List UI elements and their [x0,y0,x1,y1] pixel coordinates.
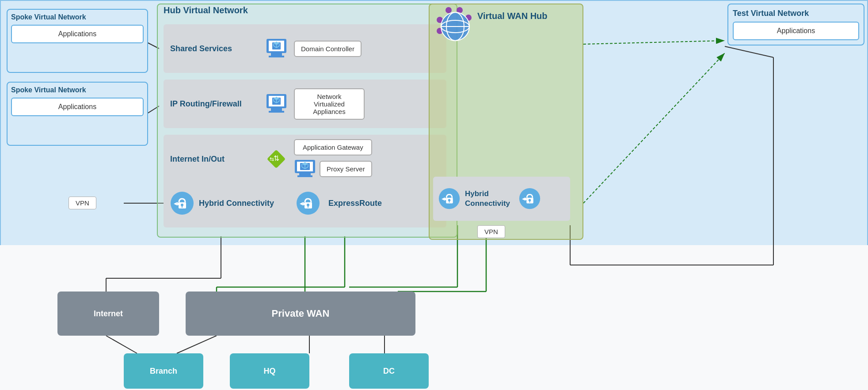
svg-text:◀▶: ◀▶ [174,201,181,206]
ip-routing-icon [263,91,289,117]
spoke-vnet-2: Spoke Virtual Network Applications [7,82,148,146]
hub-hybrid-label: Hybrid Connectivity [199,199,287,208]
test-vnet-container: Test Virtual Network Applications [727,4,864,45]
private-wan-box: Private WAN [186,292,415,336]
svg-rect-34 [271,53,282,56]
svg-text:⇆: ⇆ [270,156,274,162]
internet-box: Internet [57,292,159,336]
svg-rect-45 [271,108,282,111]
vpn-right-label: VPN [477,225,505,238]
globe-icon [435,7,473,46]
internet-inout-row: Internet In/Out ⇅ ⇆ Application Gateway [164,135,446,183]
wan-hybrid-label: HybridConnectivity [465,189,510,208]
hq-box: HQ [230,353,309,389]
shared-services-label: Shared Services [170,44,259,53]
svg-text:◀▶: ◀▶ [522,197,528,201]
svg-point-80 [445,7,452,13]
svg-rect-59 [299,173,311,175]
wan-hybrid-row: ◀▶ HybridConnectivity ◀▶ [433,177,570,221]
app-gateway-icon: ⇅ ⇆ [263,146,289,172]
spoke-vnet-1: Spoke Virtual Network Applications [7,9,148,73]
spoke2-app: Applications [11,98,144,116]
svg-point-75 [307,204,309,206]
vpn-left-label: VPN [69,197,96,209]
domain-controller-box: Domain Controller [294,41,362,57]
hub-vnet-title: Hub Virtual Network [164,5,248,15]
svg-point-90 [448,199,450,201]
wan-hub-title: Virtual WAN Hub [477,11,548,21]
svg-text:◀▶: ◀▶ [300,201,307,206]
shared-services-row: Shared Services Domain Controller [164,24,446,73]
svg-text:⇅: ⇅ [274,155,279,162]
ip-routing-row: IP Routing/Firewall Network Virtualized … [164,80,446,128]
svg-point-95 [529,199,531,201]
svg-rect-46 [269,111,284,113]
hub-hybrid-row: ◀▶ Hybrid Connectivity ◀▶ ExpressRoute [164,179,446,227]
spoke1-app: Applications [11,25,144,43]
app-gateway-box: Application Gateway [294,139,372,155]
spoke2-title: Spoke Virtual Network [11,86,144,94]
test-vnet-title: Test Virtual Network [733,9,859,18]
ip-routing-label: IP Routing/Firewall [170,99,259,109]
svg-text:◀▶: ◀▶ [442,197,448,201]
test-vnet-app: Applications [733,22,859,40]
svg-point-70 [181,204,183,206]
branch-box: Branch [124,353,203,389]
network-appliances-box: Network Virtualized Appliances [294,88,365,120]
shared-services-icon [263,35,289,62]
spoke1-title: Spoke Virtual Network [11,13,144,21]
dc-box: DC [349,353,429,389]
internet-inout-label: Internet In/Out [170,155,259,164]
proxy-server-box: Proxy Server [320,161,372,177]
svg-rect-35 [269,56,284,57]
expressroute-label: ExpressRoute [328,199,417,208]
svg-rect-60 [297,175,312,177]
